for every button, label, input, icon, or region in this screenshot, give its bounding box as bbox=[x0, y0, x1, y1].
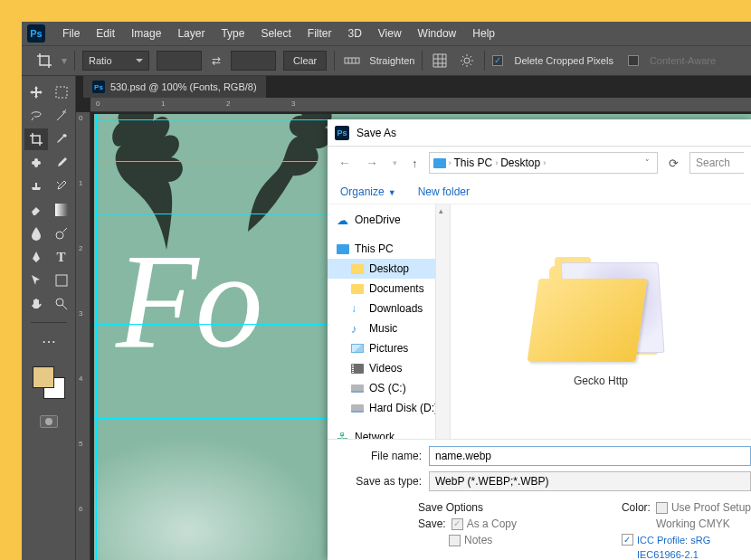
history-brush-tool-icon[interactable] bbox=[50, 176, 73, 197]
path-select-tool-icon[interactable] bbox=[24, 270, 48, 291]
shape-tool-icon[interactable] bbox=[50, 270, 73, 291]
tree-scrollbar[interactable] bbox=[436, 204, 451, 439]
options-bar: ▾ Ratio ⇄ Clear Straighten Delete Croppe… bbox=[22, 45, 751, 76]
menu-file[interactable]: File bbox=[54, 22, 88, 45]
icc-profile-checkbox[interactable] bbox=[622, 534, 633, 546]
svg-rect-5 bbox=[56, 87, 67, 98]
nav-back-icon[interactable]: ← bbox=[335, 156, 355, 170]
tree-item-label: Pictures bbox=[369, 342, 408, 355]
lasso-tool-icon[interactable] bbox=[24, 105, 48, 127]
save-sublabel: Save: bbox=[418, 517, 446, 530]
nav-up-icon[interactable]: ↑ bbox=[408, 157, 422, 170]
new-folder-button[interactable]: New folder bbox=[418, 185, 470, 198]
tree-item[interactable]: Desktop bbox=[328, 259, 435, 279]
ratio-height-input[interactable] bbox=[231, 51, 276, 71]
organize-menu[interactable]: Organize▼ bbox=[340, 185, 396, 198]
net-icon: 🖧 bbox=[337, 432, 349, 439]
file-name-input[interactable]: name.webp bbox=[429, 446, 751, 466]
menu-select[interactable]: Select bbox=[252, 22, 299, 45]
crop-settings-icon[interactable] bbox=[457, 51, 477, 71]
pen-tool-icon[interactable] bbox=[24, 246, 48, 268]
menu-layer[interactable]: Layer bbox=[169, 22, 213, 45]
healing-brush-tool-icon[interactable] bbox=[24, 152, 48, 174]
tree-item[interactable]: Documents bbox=[328, 279, 435, 299]
tree-item[interactable]: ♪Music bbox=[328, 318, 435, 338]
type-tool-icon[interactable]: T bbox=[50, 246, 73, 268]
ruler-horizontal[interactable]: 0123 bbox=[90, 98, 751, 112]
tree-item-label: Hard Disk (D:) bbox=[369, 402, 436, 414]
menu-3d[interactable]: 3D bbox=[339, 22, 369, 45]
artwork-text: Fo bbox=[116, 223, 260, 378]
breadcrumb-item[interactable]: This PC bbox=[454, 157, 493, 169]
refresh-icon[interactable]: ⟳ bbox=[665, 157, 682, 170]
tree-item[interactable]: OS (C:) bbox=[328, 378, 435, 398]
menu-edit[interactable]: Edit bbox=[88, 22, 123, 45]
menu-view[interactable]: View bbox=[370, 22, 410, 45]
menu-type[interactable]: Type bbox=[213, 22, 252, 45]
blur-tool-icon[interactable] bbox=[24, 223, 48, 244]
menu-image[interactable]: Image bbox=[123, 22, 169, 45]
tree-item[interactable]: ☁OneDrive bbox=[328, 210, 435, 230]
menu-window[interactable]: Window bbox=[410, 22, 465, 45]
gradient-tool-icon[interactable] bbox=[50, 199, 73, 221]
tree-item[interactable]: Pictures bbox=[328, 338, 435, 358]
save-type-select[interactable]: WebP (*.WEBP;*.WBP) bbox=[429, 471, 751, 491]
edit-toolbar-icon[interactable]: ⋯ bbox=[37, 330, 61, 352]
tree-item-label: Downloads bbox=[369, 302, 423, 315]
hand-tool-icon[interactable] bbox=[24, 293, 48, 315]
tree-item[interactable]: Hard Disk (D:) bbox=[328, 398, 435, 418]
breadcrumb-dropdown-icon[interactable]: ˅ bbox=[642, 158, 653, 167]
svg-point-4 bbox=[464, 58, 470, 63]
svg-rect-10 bbox=[56, 275, 67, 286]
delete-cropped-checkbox[interactable] bbox=[492, 55, 503, 66]
tree-item[interactable]: ↓Downloads bbox=[328, 299, 435, 318]
straighten-label[interactable]: Straighten bbox=[369, 55, 414, 66]
brush-tool-icon[interactable] bbox=[50, 152, 73, 174]
ruler-vertical[interactable]: 0123456 bbox=[76, 112, 90, 560]
tree-item-label: Music bbox=[369, 322, 397, 335]
ratio-select[interactable]: Ratio bbox=[82, 51, 149, 71]
straighten-icon[interactable] bbox=[342, 51, 362, 71]
move-tool-icon[interactable] bbox=[24, 81, 48, 103]
menu-filter[interactable]: Filter bbox=[299, 22, 340, 45]
content-aware-checkbox[interactable] bbox=[628, 55, 639, 66]
nav-history-icon[interactable]: ▾ bbox=[389, 158, 401, 167]
marquee-tool-icon[interactable] bbox=[50, 81, 73, 103]
crop-tool-icon[interactable] bbox=[24, 128, 48, 150]
as-copy-checkbox bbox=[452, 518, 463, 530]
tree-item-label: Desktop bbox=[369, 262, 409, 275]
icc-profile-label: ICC Profile: sRG bbox=[637, 535, 710, 546]
tree-item[interactable]: Videos bbox=[328, 358, 435, 378]
tree-item[interactable]: This PC bbox=[328, 239, 435, 259]
document-tab[interactable]: Ps 530.psd @ 100% (Fonts, RGB/8) bbox=[83, 76, 266, 98]
toolbox: T ⋯ bbox=[22, 76, 76, 560]
save-as-dialog: Ps Save As ← → ▾ ↑ › This PC › Desktop ›… bbox=[328, 119, 751, 560]
clear-button[interactable]: Clear bbox=[283, 51, 327, 71]
clone-stamp-tool-icon[interactable] bbox=[24, 176, 48, 197]
ratio-width-input[interactable] bbox=[157, 51, 202, 71]
eraser-tool-icon[interactable] bbox=[24, 199, 48, 221]
nav-forward-icon: → bbox=[362, 156, 382, 170]
folder-icon[interactable] bbox=[533, 257, 669, 365]
breadcrumb-item[interactable]: Desktop bbox=[500, 157, 540, 169]
menu-help[interactable]: Help bbox=[464, 22, 503, 45]
music-icon: ♪ bbox=[351, 323, 364, 334]
crop-tool-icon[interactable] bbox=[34, 51, 54, 71]
search-input[interactable]: Search bbox=[689, 152, 744, 174]
breadcrumb[interactable]: › This PC › Desktop › ˅ bbox=[429, 152, 659, 174]
magic-wand-tool-icon[interactable] bbox=[50, 105, 73, 127]
tree-item[interactable]: 🖧Network bbox=[328, 427, 435, 439]
notes-checkbox bbox=[449, 535, 461, 546]
overlay-grid-icon[interactable] bbox=[430, 51, 450, 71]
pic-icon bbox=[351, 344, 364, 353]
eyedropper-tool-icon[interactable] bbox=[50, 128, 73, 150]
swap-dimensions-icon[interactable]: ⇄ bbox=[209, 54, 223, 67]
tree-item-label: Documents bbox=[369, 282, 424, 295]
color-swatches[interactable] bbox=[31, 365, 67, 401]
use-proof-checkbox bbox=[656, 502, 668, 514]
folder-label[interactable]: Gecko Http bbox=[574, 375, 628, 387]
file-list[interactable]: Gecko Http bbox=[451, 204, 751, 439]
quick-mask-icon[interactable] bbox=[40, 415, 58, 428]
dodge-tool-icon[interactable] bbox=[50, 223, 73, 244]
zoom-tool-icon[interactable] bbox=[50, 293, 73, 315]
